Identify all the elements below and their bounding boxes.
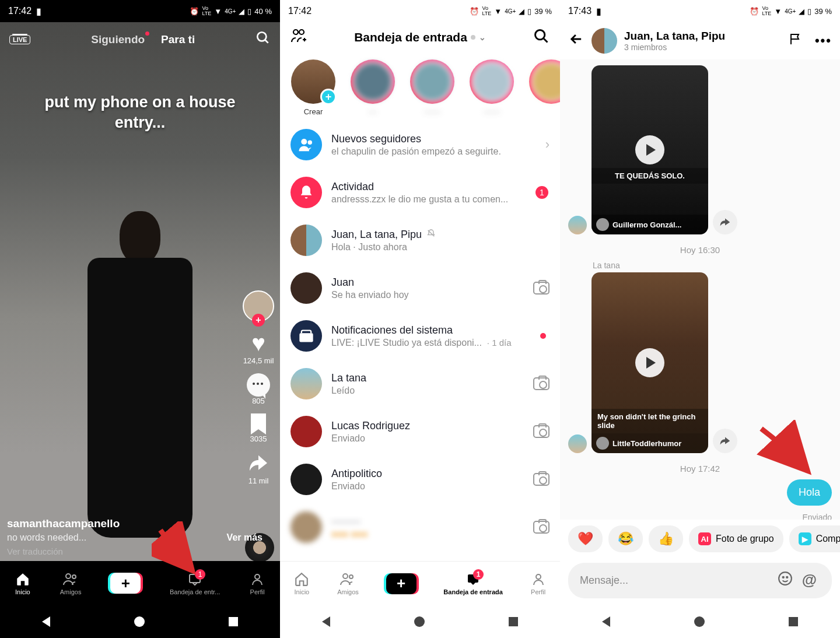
inbox-row-system[interactable]: Notificaciones del sistema LIVE: ¡LIVE S… xyxy=(280,312,560,360)
video-content xyxy=(76,211,204,561)
comment-button[interactable]: 805 xyxy=(247,373,270,405)
svg-point-17 xyxy=(349,575,353,579)
android-home-icon[interactable] xyxy=(134,616,145,627)
user-avatar xyxy=(290,272,322,304)
tab-following[interactable]: Siguiendo xyxy=(91,33,145,46)
svg-point-21 xyxy=(782,577,783,578)
tab-inbox[interactable]: 1 Bandeja de entrada xyxy=(443,572,502,595)
story-item[interactable] xyxy=(527,59,560,116)
row-subtitle: andresss.zzx le dio me gusta a tu comen.… xyxy=(331,194,550,205)
camera-icon[interactable] xyxy=(533,377,550,390)
sender-avatar[interactable] xyxy=(568,434,587,453)
suggestion-share[interactable]: ▶ Compart xyxy=(789,525,840,552)
android-recents-icon[interactable] xyxy=(229,617,238,626)
camera-icon[interactable] xyxy=(533,521,550,534)
video-card[interactable]: TE QUEDÁS SOLO. Guillermo Gonzál... xyxy=(592,65,708,234)
camera-icon[interactable] xyxy=(533,282,550,295)
muted-icon xyxy=(426,229,436,240)
tab-inbox[interactable]: 1 Bandeja de entr... xyxy=(170,572,220,595)
message-sent[interactable]: Hola xyxy=(568,479,832,506)
story-item[interactable]: ········ xyxy=(468,59,516,116)
video-feed[interactable]: LIVE Siguiendo Para ti put my phone on a… xyxy=(0,22,280,561)
tab-friends[interactable]: Amigos xyxy=(60,572,82,595)
status-time: 17:42 xyxy=(8,6,32,16)
story-item[interactable]: ········ xyxy=(408,59,456,116)
forward-button[interactable] xyxy=(713,210,737,234)
tab-home[interactable]: Inicio xyxy=(15,572,31,595)
android-recents-icon[interactable] xyxy=(789,617,798,626)
tab-home[interactable]: Inicio xyxy=(293,572,310,595)
live-badge[interactable]: LIVE xyxy=(9,35,30,44)
android-back-icon[interactable] xyxy=(42,616,50,627)
inbox-header: Bandeja de entrada ⌄ xyxy=(280,22,560,52)
add-friends-icon[interactable] xyxy=(290,28,307,47)
tab-create[interactable]: + xyxy=(110,573,141,594)
tab-profile[interactable]: Perfil xyxy=(530,572,547,595)
battery-icon: ▯ xyxy=(247,7,251,16)
android-back-icon[interactable] xyxy=(602,616,610,627)
message-video[interactable]: My son didn't let the grinch slide Littl… xyxy=(568,272,832,453)
forward-button[interactable] xyxy=(713,429,737,453)
story-label: Crear xyxy=(304,107,323,116)
sent-status: Enviado xyxy=(568,513,832,520)
tab-create[interactable]: + xyxy=(386,573,416,594)
notification-icon: ▮ xyxy=(596,6,601,17)
inbox-title[interactable]: Bandeja de entrada ⌄ xyxy=(354,30,486,44)
like-button[interactable]: ♥ 124,5 mil xyxy=(243,330,274,365)
reaction-heart[interactable]: ❤️ xyxy=(568,525,603,552)
android-home-icon[interactable] xyxy=(694,616,705,627)
svg-rect-15 xyxy=(299,333,313,342)
author-username[interactable]: samanthacampanello xyxy=(7,517,228,530)
inbox-row-chat[interactable]: Juan Se ha enviado hoy xyxy=(280,264,560,312)
author-avatar[interactable]: + xyxy=(243,290,274,322)
user-avatar xyxy=(290,511,322,543)
video-card[interactable]: My son didn't let the grinch slide Littl… xyxy=(592,272,708,453)
inbox-row-chat[interactable]: Lucas Rodriguez Enviado xyxy=(280,408,560,455)
chat-title[interactable]: Juan, La tana, Pipu xyxy=(624,30,725,43)
follow-plus-icon[interactable]: + xyxy=(252,314,265,327)
video-caption: TE QUEDÁS SOLO. xyxy=(592,168,708,184)
camera-icon[interactable] xyxy=(533,473,550,486)
message-video[interactable]: TE QUEDÁS SOLO. Guillermo Gonzál... xyxy=(568,65,832,234)
emoji-picker-icon[interactable] xyxy=(778,571,793,590)
mention-icon[interactable]: @ xyxy=(802,571,817,590)
inbox-row-chat[interactable]: ·········· ●●● ●●● xyxy=(280,503,560,551)
search-icon[interactable] xyxy=(533,28,550,47)
svg-point-13 xyxy=(308,141,313,145)
reaction-laugh[interactable]: 😂 xyxy=(608,525,643,552)
inbox-row-followers[interactable]: Nuevos seguidores el chapulin de pasión … xyxy=(280,121,560,169)
group-avatar[interactable] xyxy=(592,28,617,54)
chat-header: Juan, La tana, Pipu 3 miembros ••• xyxy=(560,22,840,59)
row-subtitle: Hola · Justo ahora xyxy=(331,242,550,253)
inbox-row-group-chat[interactable]: Juan, La tana, Pipu Hola · Justo ahora xyxy=(280,216,560,264)
inbox-icon: 1 xyxy=(187,572,203,587)
tab-for-you[interactable]: Para ti xyxy=(161,33,195,46)
android-back-icon[interactable] xyxy=(322,616,330,627)
tab-profile[interactable]: Perfil xyxy=(249,572,265,595)
search-icon[interactable] xyxy=(256,30,271,49)
laugh-emoji-icon: 😂 xyxy=(618,531,634,546)
camera-icon[interactable] xyxy=(533,425,550,438)
share-button[interactable]: 11 mil xyxy=(247,451,270,485)
android-home-icon[interactable] xyxy=(414,616,425,627)
inbox-row-activity[interactable]: Actividad andresss.zzx le dio me gusta a… xyxy=(280,169,560,216)
bookmark-button[interactable]: 3035 xyxy=(250,413,267,443)
story-item[interactable]: ···· xyxy=(349,59,397,116)
followers-icon xyxy=(290,129,322,160)
row-subtitle: Enviado xyxy=(331,481,524,492)
tab-friends[interactable]: Amigos xyxy=(337,572,359,595)
android-recents-icon[interactable] xyxy=(509,617,518,626)
back-arrow-icon[interactable] xyxy=(568,31,584,51)
inbox-row-chat[interactable]: La tana Leído xyxy=(280,360,560,408)
more-icon[interactable]: ••• xyxy=(815,33,832,48)
suggestion-group-photo[interactable]: AI Foto de grupo xyxy=(689,525,783,552)
time-divider: Hoy 16:30 xyxy=(568,245,832,255)
story-create[interactable]: + Crear xyxy=(289,59,337,116)
flag-icon[interactable] xyxy=(788,32,802,50)
sender-avatar[interactable] xyxy=(568,216,587,234)
translate-button[interactable]: Ver traducción xyxy=(7,546,228,556)
message-input[interactable]: Mensaje... @ xyxy=(568,563,832,598)
reaction-thumbsup[interactable]: 👍 xyxy=(649,525,683,552)
see-more-button[interactable]: Ver más xyxy=(227,532,262,543)
inbox-row-chat[interactable]: Antipolitico Enviado xyxy=(280,455,560,503)
